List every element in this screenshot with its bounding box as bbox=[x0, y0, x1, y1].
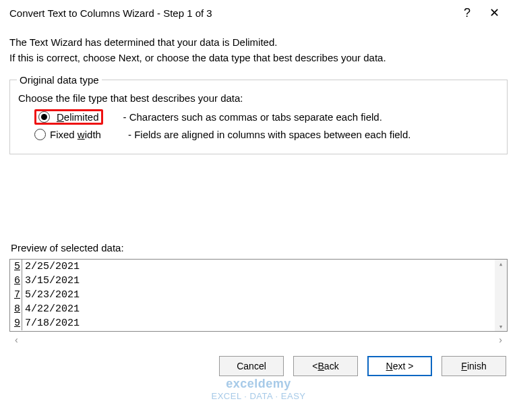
preview-inner: 5 2/25/2021 6 3/15/2021 7 5/23/2021 8 4/… bbox=[10, 260, 495, 331]
preview-row: 5 2/25/2021 bbox=[10, 260, 495, 274]
preview-row: 7 5/23/2021 bbox=[10, 288, 495, 302]
scroll-up-icon: ▴ bbox=[499, 260, 504, 268]
scroll-right-icon: › bbox=[499, 334, 502, 345]
window-title: Convert Text to Columns Wizard - Step 1 … bbox=[9, 7, 454, 19]
close-icon[interactable]: ✕ bbox=[481, 5, 508, 20]
radio-icon bbox=[34, 129, 46, 140]
back-button[interactable]: < Back bbox=[293, 356, 358, 376]
preview-row: 6 3/15/2021 bbox=[10, 274, 495, 288]
radio-fixed-width-label: Fixed width bbox=[50, 129, 124, 140]
radio-fixed-width-desc: - Fields are aligned in columns with spa… bbox=[128, 129, 410, 140]
dialog-content: The Text Wizard has determined that your… bbox=[0, 23, 517, 344]
title-bar: Convert Text to Columns Wizard - Step 1 … bbox=[0, 0, 517, 23]
horizontal-scrollbar[interactable]: ‹ › bbox=[9, 332, 508, 344]
radio-dot-icon bbox=[41, 114, 47, 120]
next-button[interactable]: Next > bbox=[367, 356, 432, 376]
radio-delimited-desc: - Characters such as commas or tabs sepa… bbox=[123, 111, 382, 123]
help-icon[interactable]: ? bbox=[454, 6, 481, 20]
radio-icon bbox=[38, 111, 50, 123]
finish-button[interactable]: Finish bbox=[442, 356, 506, 376]
preview-box: 5 2/25/2021 6 3/15/2021 7 5/23/2021 8 4/… bbox=[9, 259, 508, 332]
scroll-down-icon: ▾ bbox=[499, 322, 504, 331]
intro-text-2: If this is correct, choose Next, or choo… bbox=[9, 52, 508, 63]
preview-label: Preview of selected data: bbox=[11, 242, 508, 253]
original-data-type-group: Original data type Choose the file type … bbox=[9, 74, 508, 154]
radio-delimited[interactable]: Delimited - Characters such as commas or… bbox=[34, 109, 500, 125]
vertical-scrollbar[interactable]: ▴ ▾ bbox=[495, 260, 507, 331]
choose-label: Choose the file type that best describes… bbox=[18, 92, 500, 104]
button-row: Cancel < Back Next > Finish bbox=[0, 344, 517, 383]
intro-text-1: The Text Wizard has determined that your… bbox=[9, 36, 508, 48]
preview-row: 8 4/22/2021 bbox=[10, 302, 495, 316]
preview-row: 9 7/18/2021 bbox=[10, 316, 495, 330]
radio-fixed-width[interactable]: Fixed width - Fields are aligned in colu… bbox=[34, 129, 500, 140]
radio-delimited-label: Delimited bbox=[57, 111, 99, 123]
group-legend: Original data type bbox=[17, 74, 102, 86]
delimited-highlight: Delimited bbox=[34, 109, 103, 125]
cancel-button[interactable]: Cancel bbox=[219, 356, 284, 376]
scroll-left-icon: ‹ bbox=[15, 334, 18, 345]
